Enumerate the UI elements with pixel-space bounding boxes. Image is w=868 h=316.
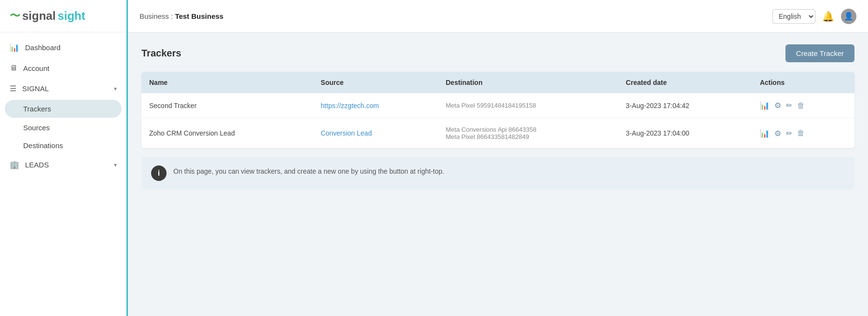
row2-destination: Meta Conversions Api 86643358 Meta Pixel… xyxy=(438,118,618,149)
row1-edit-icon[interactable]: ✏ xyxy=(786,101,792,110)
row2-source: Conversion Lead xyxy=(313,118,438,149)
breadcrumb: Business : Test Business xyxy=(140,12,224,20)
row1-destination: Meta Pixel 59591484184195158 xyxy=(438,93,618,118)
row2-created-date: 3-Aug-2023 17:04:00 xyxy=(618,118,752,149)
logo-area: 〜 signalsight xyxy=(0,0,126,32)
row2-chart-icon[interactable]: 📊 xyxy=(760,129,770,138)
leads-chevron-icon: ▾ xyxy=(114,162,117,168)
table-header: Name Source Destination Created date Act… xyxy=(141,72,854,93)
row1-settings-icon[interactable]: ⚙ xyxy=(774,101,781,110)
topbar-right: English Spanish French 🔔 👤 xyxy=(772,9,856,24)
info-box: i On this page, you can view trackers, a… xyxy=(141,157,854,190)
row2-dest-2: Meta Pixel 866433581482849 xyxy=(446,133,610,140)
sidebar-item-dashboard[interactable]: 📊 Dashboard xyxy=(0,37,126,58)
user-icon: 👤 xyxy=(844,12,854,21)
signal-chevron-icon: ▾ xyxy=(114,85,117,92)
row2-source-link[interactable]: Conversion Lead xyxy=(321,129,372,137)
sidebar-item-leads-label: LEADS xyxy=(25,161,49,169)
trackers-table-container: Name Source Destination Created date Act… xyxy=(141,72,854,148)
breadcrumb-value: Test Business xyxy=(175,12,224,20)
logo-wave-icon: 〜 xyxy=(10,9,20,23)
content-area: Trackers Create Tracker Name Source Dest… xyxy=(128,33,868,316)
table-row: Second Tracker https://zzgtech.com Meta … xyxy=(141,93,854,118)
content-header: Trackers Create Tracker xyxy=(141,44,854,62)
sidebar-item-dashboard-label: Dashboard xyxy=(25,43,60,52)
col-created-date: Created date xyxy=(618,72,752,93)
row1-created-date: 3-Aug-2023 17:04:42 xyxy=(618,93,752,118)
row2-settings-icon[interactable]: ⚙ xyxy=(774,129,781,138)
row2-dest-1: Meta Conversions Api 86643358 xyxy=(446,126,610,133)
sidebar-item-trackers[interactable]: Trackers xyxy=(5,100,122,118)
sidebar-item-trackers-label: Trackers xyxy=(23,105,51,113)
table-body: Second Tracker https://zzgtech.com Meta … xyxy=(141,93,854,148)
logo-signal-text: signal xyxy=(22,9,56,23)
row2-edit-icon[interactable]: ✏ xyxy=(786,129,792,138)
row1-source-link[interactable]: https://zzgtech.com xyxy=(321,102,379,110)
table-row: Zoho CRM Conversion Lead Conversion Lead… xyxy=(141,118,854,149)
row1-actions-cell: 📊 ⚙ ✏ 🗑 xyxy=(760,101,847,110)
sidebar-item-signal-label: SIGNAL xyxy=(22,84,49,93)
row1-chart-icon[interactable]: 📊 xyxy=(760,101,770,110)
sidebar-item-account-label: Account xyxy=(23,64,49,72)
row2-actions-cell: 📊 ⚙ ✏ 🗑 xyxy=(760,129,847,138)
col-name: Name xyxy=(141,72,313,93)
sidebar-nav: 📊 Dashboard 🖥 Account ☰ SIGNAL ▾ Tracker… xyxy=(0,32,126,316)
breadcrumb-label: Business : xyxy=(140,12,175,20)
sidebar-item-sources-label: Sources xyxy=(23,124,50,132)
leads-icon: 🏢 xyxy=(10,160,19,169)
info-letter: i xyxy=(158,169,160,178)
sidebar-item-destinations-label: Destinations xyxy=(23,141,63,150)
info-icon: i xyxy=(151,165,167,181)
row2-actions: 📊 ⚙ ✏ 🗑 xyxy=(752,118,854,149)
trackers-table: Name Source Destination Created date Act… xyxy=(141,72,854,148)
col-actions: Actions xyxy=(752,72,854,93)
row1-source: https://zzgtech.com xyxy=(313,93,438,118)
logo-sight-text: sight xyxy=(57,9,85,23)
info-text: On this page, you can view trackers, and… xyxy=(173,165,444,175)
main-area: Business : Test Business English Spanish… xyxy=(128,0,868,316)
user-avatar[interactable]: 👤 xyxy=(841,9,856,24)
sidebar: 〜 signalsight 📊 Dashboard 🖥 Account ☰ SI… xyxy=(0,0,128,316)
sidebar-item-leads[interactable]: 🏢 LEADS ▾ xyxy=(0,154,126,175)
create-tracker-button[interactable]: Create Tracker xyxy=(785,44,854,62)
row2-name: Zoho CRM Conversion Lead xyxy=(141,118,313,149)
sidebar-item-signal[interactable]: ☰ SIGNAL ▾ xyxy=(0,78,126,99)
language-select[interactable]: English Spanish French xyxy=(772,9,815,24)
sidebar-item-account[interactable]: 🖥 Account xyxy=(0,58,126,78)
bell-icon[interactable]: 🔔 xyxy=(822,11,834,22)
col-source: Source xyxy=(313,72,438,93)
sidebar-item-destinations[interactable]: Destinations xyxy=(0,137,126,154)
dashboard-icon: 📊 xyxy=(10,43,19,52)
topbar: Business : Test Business English Spanish… xyxy=(128,0,868,33)
col-destination: Destination xyxy=(438,72,618,93)
account-icon: 🖥 xyxy=(10,64,17,72)
row1-actions: 📊 ⚙ ✏ 🗑 xyxy=(752,93,854,118)
sidebar-item-sources[interactable]: Sources xyxy=(0,119,126,137)
signal-icon: ☰ xyxy=(10,84,16,93)
row1-dest-1: Meta Pixel 59591484184195158 xyxy=(446,102,610,109)
row2-delete-icon[interactable]: 🗑 xyxy=(797,129,805,137)
page-title: Trackers xyxy=(141,48,181,59)
row1-delete-icon[interactable]: 🗑 xyxy=(797,101,805,110)
row1-name: Second Tracker xyxy=(141,93,313,118)
